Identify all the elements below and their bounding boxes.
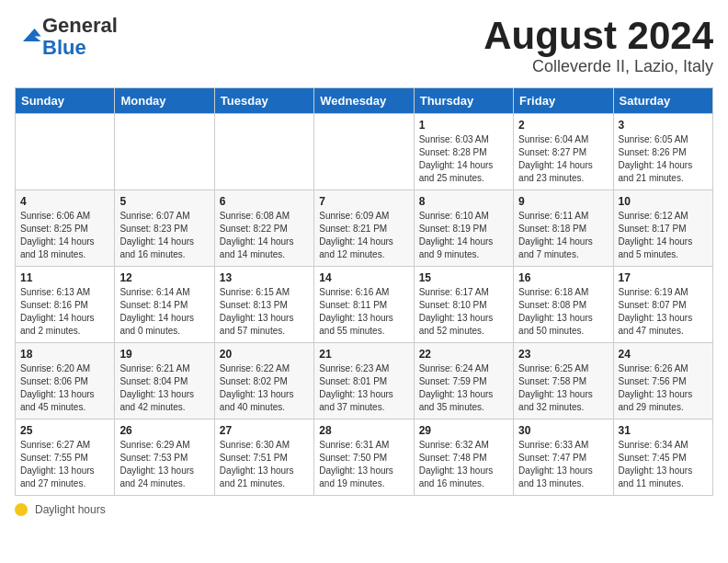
day-cell xyxy=(115,114,214,190)
month-title: August 2024 xyxy=(483,15,713,57)
day-number: 25 xyxy=(20,424,109,437)
logo-general: General xyxy=(42,14,118,37)
day-cell: 29Sunrise: 6:32 AM Sunset: 7:48 PM Dayli… xyxy=(414,419,513,496)
day-number: 17 xyxy=(619,271,708,284)
day-number: 10 xyxy=(619,195,708,208)
weekday-header-tuesday: Tuesday xyxy=(214,88,313,114)
day-cell: 20Sunrise: 6:22 AM Sunset: 8:02 PM Dayli… xyxy=(214,343,313,419)
weekday-header-wednesday: Wednesday xyxy=(314,88,414,114)
day-number: 19 xyxy=(119,348,209,361)
day-cell: 11Sunrise: 6:13 AM Sunset: 8:16 PM Dayli… xyxy=(16,267,115,343)
day-cell: 1Sunrise: 6:03 AM Sunset: 8:28 PM Daylig… xyxy=(414,114,513,190)
day-cell: 24Sunrise: 6:26 AM Sunset: 7:56 PM Dayli… xyxy=(613,343,712,419)
day-info: Sunrise: 6:08 AM Sunset: 8:22 PM Dayligh… xyxy=(220,210,309,261)
day-info: Sunrise: 6:06 AM Sunset: 8:25 PM Dayligh… xyxy=(20,210,109,261)
day-number: 26 xyxy=(119,424,209,437)
day-number: 8 xyxy=(419,195,508,208)
day-info: Sunrise: 6:24 AM Sunset: 7:59 PM Dayligh… xyxy=(419,362,508,414)
day-number: 13 xyxy=(220,271,309,284)
day-cell: 3Sunrise: 6:05 AM Sunset: 8:26 PM Daylig… xyxy=(613,114,712,190)
day-info: Sunrise: 6:21 AM Sunset: 8:04 PM Dayligh… xyxy=(119,362,209,414)
weekday-header-monday: Monday xyxy=(115,88,214,114)
day-cell: 16Sunrise: 6:18 AM Sunset: 8:08 PM Dayli… xyxy=(514,267,613,343)
weekday-header-saturday: Saturday xyxy=(613,88,712,114)
week-row-5: 25Sunrise: 6:27 AM Sunset: 7:55 PM Dayli… xyxy=(16,419,713,496)
day-number: 27 xyxy=(220,424,309,437)
day-number: 23 xyxy=(518,348,608,361)
day-info: Sunrise: 6:12 AM Sunset: 8:17 PM Dayligh… xyxy=(619,210,708,261)
day-cell: 19Sunrise: 6:21 AM Sunset: 8:04 PM Dayli… xyxy=(115,343,214,419)
day-cell: 23Sunrise: 6:25 AM Sunset: 7:58 PM Dayli… xyxy=(514,343,613,419)
day-number: 4 xyxy=(20,195,109,208)
day-number: 24 xyxy=(619,348,708,361)
week-row-2: 4Sunrise: 6:06 AM Sunset: 8:25 PM Daylig… xyxy=(16,190,713,267)
calendar-body: 1Sunrise: 6:03 AM Sunset: 8:28 PM Daylig… xyxy=(16,114,713,496)
day-number: 1 xyxy=(419,119,508,132)
week-row-3: 11Sunrise: 6:13 AM Sunset: 8:16 PM Dayli… xyxy=(16,267,713,343)
day-info: Sunrise: 6:30 AM Sunset: 7:51 PM Dayligh… xyxy=(220,439,309,490)
day-number: 18 xyxy=(20,348,109,361)
day-cell: 31Sunrise: 6:34 AM Sunset: 7:45 PM Dayli… xyxy=(613,419,712,496)
day-info: Sunrise: 6:13 AM Sunset: 8:16 PM Dayligh… xyxy=(20,286,109,338)
footer: Daylight hours xyxy=(15,503,713,516)
day-number: 22 xyxy=(419,348,508,361)
weekday-header-thursday: Thursday xyxy=(414,88,513,114)
day-info: Sunrise: 6:22 AM Sunset: 8:02 PM Dayligh… xyxy=(220,362,309,414)
day-info: Sunrise: 6:17 AM Sunset: 8:10 PM Dayligh… xyxy=(419,286,508,338)
day-info: Sunrise: 6:31 AM Sunset: 7:50 PM Dayligh… xyxy=(319,439,408,490)
day-cell: 15Sunrise: 6:17 AM Sunset: 8:10 PM Dayli… xyxy=(414,267,513,343)
day-number: 12 xyxy=(119,271,209,284)
day-info: Sunrise: 6:20 AM Sunset: 8:06 PM Dayligh… xyxy=(20,362,109,414)
day-cell: 25Sunrise: 6:27 AM Sunset: 7:55 PM Dayli… xyxy=(16,419,115,496)
weekday-header-sunday: Sunday xyxy=(16,88,115,114)
day-number: 28 xyxy=(319,424,408,437)
calendar-table: SundayMondayTuesdayWednesdayThursdayFrid… xyxy=(15,87,713,496)
day-number: 9 xyxy=(518,195,608,208)
day-info: Sunrise: 6:32 AM Sunset: 7:48 PM Dayligh… xyxy=(419,439,508,490)
day-info: Sunrise: 6:33 AM Sunset: 7:47 PM Dayligh… xyxy=(518,439,608,490)
day-number: 14 xyxy=(319,271,408,284)
day-cell: 8Sunrise: 6:10 AM Sunset: 8:19 PM Daylig… xyxy=(414,190,513,267)
day-number: 11 xyxy=(20,271,109,284)
day-number: 30 xyxy=(518,424,608,437)
day-cell: 9Sunrise: 6:11 AM Sunset: 8:18 PM Daylig… xyxy=(514,190,613,267)
day-cell: 18Sunrise: 6:20 AM Sunset: 8:06 PM Dayli… xyxy=(16,343,115,419)
day-info: Sunrise: 6:16 AM Sunset: 8:11 PM Dayligh… xyxy=(319,286,408,338)
day-info: Sunrise: 6:11 AM Sunset: 8:18 PM Dayligh… xyxy=(518,210,608,261)
day-number: 16 xyxy=(518,271,608,284)
day-info: Sunrise: 6:10 AM Sunset: 8:19 PM Dayligh… xyxy=(419,210,508,261)
calendar-header: SundayMondayTuesdayWednesdayThursdayFrid… xyxy=(16,88,713,114)
day-cell xyxy=(314,114,414,190)
day-cell: 10Sunrise: 6:12 AM Sunset: 8:17 PM Dayli… xyxy=(613,190,712,267)
day-info: Sunrise: 6:25 AM Sunset: 7:58 PM Dayligh… xyxy=(518,362,608,414)
day-cell: 6Sunrise: 6:08 AM Sunset: 8:22 PM Daylig… xyxy=(214,190,313,267)
day-info: Sunrise: 6:14 AM Sunset: 8:14 PM Dayligh… xyxy=(119,286,209,338)
logo: General Blue xyxy=(15,15,118,59)
page-header: General Blue August 2024 Colleverde II, … xyxy=(15,15,713,76)
day-cell: 7Sunrise: 6:09 AM Sunset: 8:21 PM Daylig… xyxy=(314,190,414,267)
day-info: Sunrise: 6:05 AM Sunset: 8:26 PM Dayligh… xyxy=(619,133,708,185)
day-info: Sunrise: 6:27 AM Sunset: 7:55 PM Dayligh… xyxy=(20,439,109,490)
day-number: 29 xyxy=(419,424,508,437)
day-info: Sunrise: 6:18 AM Sunset: 8:08 PM Dayligh… xyxy=(518,286,608,338)
day-number: 7 xyxy=(319,195,408,208)
weekday-header-friday: Friday xyxy=(514,88,613,114)
sun-icon xyxy=(15,503,28,516)
logo-text: General Blue xyxy=(42,15,118,59)
day-cell: 14Sunrise: 6:16 AM Sunset: 8:11 PM Dayli… xyxy=(314,267,414,343)
day-number: 5 xyxy=(119,195,209,208)
logo-blue: Blue xyxy=(42,36,86,59)
location: Colleverde II, Lazio, Italy xyxy=(483,57,713,76)
day-info: Sunrise: 6:29 AM Sunset: 7:53 PM Dayligh… xyxy=(119,439,209,490)
day-cell xyxy=(214,114,313,190)
day-info: Sunrise: 6:15 AM Sunset: 8:13 PM Dayligh… xyxy=(220,286,309,338)
day-number: 2 xyxy=(518,119,608,132)
day-cell xyxy=(16,114,115,190)
day-number: 15 xyxy=(419,271,508,284)
day-info: Sunrise: 6:23 AM Sunset: 8:01 PM Dayligh… xyxy=(319,362,408,414)
day-number: 20 xyxy=(220,348,309,361)
day-cell: 2Sunrise: 6:04 AM Sunset: 8:27 PM Daylig… xyxy=(514,114,613,190)
day-cell: 26Sunrise: 6:29 AM Sunset: 7:53 PM Dayli… xyxy=(115,419,214,496)
footer-note: Daylight hours xyxy=(35,503,106,516)
title-block: August 2024 Colleverde II, Lazio, Italy xyxy=(483,15,713,76)
